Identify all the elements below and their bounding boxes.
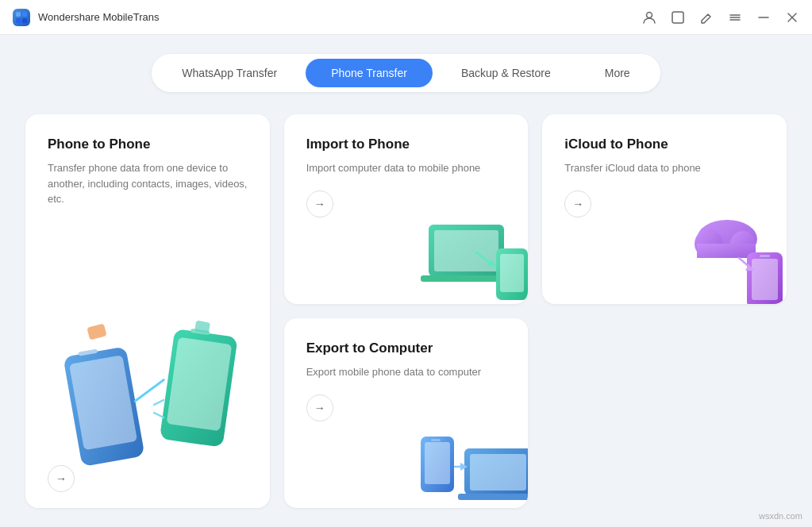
- nav-tabs: WhatsApp Transfer Phone Transfer Backup …: [152, 54, 660, 92]
- window-icon[interactable]: [671, 10, 685, 25]
- svg-rect-32: [760, 255, 770, 257]
- card-phone-to-phone-desc: Transfer phone data from one device to a…: [48, 160, 248, 207]
- card-icloud-desc: Transfer iCloud data to phone: [564, 160, 764, 176]
- titlebar: Wondershare MobileTrans: [0, 0, 812, 35]
- user-icon[interactable]: [642, 10, 656, 25]
- export-illustration: [417, 413, 520, 500]
- app-title: Wondershare MobileTrans: [38, 11, 159, 23]
- card-icloud-arrow[interactable]: →: [564, 190, 591, 217]
- svg-rect-38: [470, 454, 526, 490]
- main-content: WhatsApp Transfer Phone Transfer Backup …: [0, 35, 812, 527]
- card-import-arrow[interactable]: →: [306, 190, 333, 217]
- svg-rect-24: [500, 254, 524, 292]
- icloud-illustration: [675, 209, 779, 296]
- svg-rect-36: [431, 439, 441, 441]
- card-import-to-phone[interactable]: Import to Phone Import computer data to …: [284, 114, 529, 304]
- phone-to-phone-illustration: [41, 286, 270, 508]
- svg-rect-31: [752, 259, 778, 300]
- card-phone-to-phone-title: Phone to Phone: [48, 137, 248, 152]
- cards-grid: Phone to Phone Transfer phone data from …: [25, 114, 787, 508]
- card-export-arrow[interactable]: →: [306, 394, 333, 421]
- card-icloud-title: iCloud to Phone: [564, 137, 764, 152]
- close-icon[interactable]: [785, 10, 799, 25]
- svg-rect-39: [458, 494, 528, 500]
- tab-more[interactable]: More: [579, 59, 656, 87]
- card-export-desc: Export mobile phone data to computer: [306, 364, 506, 380]
- card-import-title: Import to Phone: [306, 137, 506, 152]
- tab-backup-restore[interactable]: Backup & Restore: [436, 59, 576, 87]
- card-export-to-computer[interactable]: Export to Computer Export mobile phone d…: [284, 318, 529, 508]
- card-icloud-to-phone[interactable]: iCloud to Phone Transfer iCloud data to …: [542, 114, 787, 304]
- svg-point-4: [647, 12, 652, 17]
- svg-rect-2: [16, 18, 21, 23]
- card-export-title: Export to Computer: [306, 340, 506, 356]
- svg-rect-3: [22, 18, 27, 23]
- titlebar-left: Wondershare MobileTrans: [13, 9, 159, 26]
- card-phone-to-phone[interactable]: Phone to Phone Transfer phone data from …: [25, 114, 270, 508]
- svg-rect-29: [697, 244, 756, 258]
- card-phone-to-phone-arrow[interactable]: →: [48, 465, 75, 492]
- import-illustration: [417, 209, 520, 296]
- tab-phone-transfer[interactable]: Phone Transfer: [306, 59, 433, 87]
- minimize-icon[interactable]: [756, 10, 771, 25]
- card-import-desc: Import computer data to mobile phone: [306, 160, 506, 176]
- titlebar-controls: [642, 10, 799, 25]
- svg-rect-18: [87, 323, 106, 340]
- svg-rect-5: [672, 12, 683, 23]
- svg-rect-0: [16, 12, 21, 17]
- menu-icon[interactable]: [728, 10, 742, 25]
- watermark: wsxdn.com: [759, 511, 802, 521]
- edit-icon[interactable]: [699, 10, 714, 25]
- svg-rect-1: [22, 12, 27, 17]
- tab-whatsapp-transfer[interactable]: WhatsApp Transfer: [156, 59, 302, 87]
- app-icon: [13, 9, 30, 26]
- svg-rect-35: [425, 442, 450, 484]
